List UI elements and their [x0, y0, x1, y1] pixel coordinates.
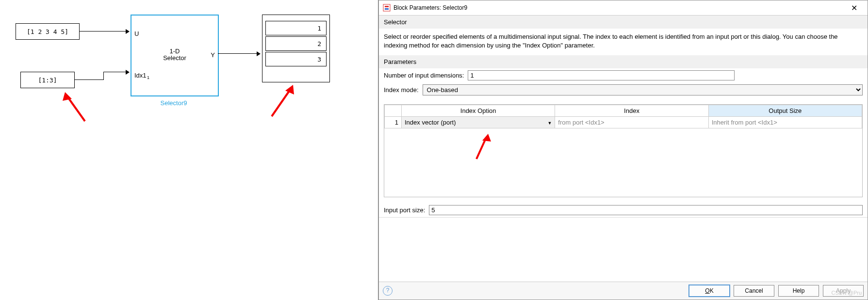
port-idx-label: Idx1 — [134, 72, 147, 79]
svg-rect-6 — [385, 8, 389, 10]
annotation-arrow-icon — [472, 134, 501, 163]
port-u-label: U — [134, 30, 139, 37]
annotation-arrow-icon — [58, 92, 97, 131]
display-row: 3 — [265, 52, 327, 66]
input-port-size-input[interactable] — [429, 205, 863, 215]
index-option-cell[interactable]: Index vector (port)▼ — [402, 117, 555, 128]
constant-1-value: [1 2 3 4 5] — [27, 28, 68, 35]
chevron-down-icon: ▼ — [547, 121, 552, 126]
apply-button[interactable]: Apply — [823, 285, 864, 297]
svg-marker-1 — [63, 92, 72, 101]
constant-2-value: [1:3] — [38, 77, 57, 84]
port-y-label: Y — [211, 51, 215, 59]
svg-rect-5 — [385, 6, 389, 7]
simulink-canvas[interactable]: [1 2 3 4 5] [1:3] U Idx1 1 1-D Selector … — [0, 0, 378, 300]
col-output-size[interactable]: Output Size — [708, 105, 862, 117]
selector-title-2: Selector — [131, 54, 218, 62]
wire — [103, 72, 104, 80]
svg-marker-3 — [285, 85, 294, 95]
section-parameters: Parameters — [379, 55, 868, 68]
display-block[interactable]: 1 2 3 — [262, 15, 330, 82]
port-idx-subscript: 1 — [147, 75, 149, 80]
titlebar[interactable]: Block Parameters: Selector9 ✕ — [379, 0, 868, 16]
selector-title-1: 1-D — [131, 47, 218, 55]
wire — [103, 72, 127, 72]
num-dimensions-label: Number of input dimensions: — [384, 72, 464, 79]
help-icon[interactable]: ? — [383, 286, 393, 296]
output-size-cell: Inherit from port <Idx1> — [708, 117, 862, 128]
wire — [79, 31, 127, 32]
selector-description: Select or reorder specified elements of … — [379, 29, 868, 55]
svg-rect-4 — [383, 4, 390, 11]
row-number: 1 — [385, 117, 402, 128]
constant-block-2[interactable]: [1:3] — [20, 72, 75, 88]
index-mode-select[interactable]: One-based — [423, 84, 863, 95]
help-button[interactable]: Help — [778, 285, 819, 297]
cancel-button[interactable]: Cancel — [734, 285, 774, 297]
selector-block[interactable]: U Idx1 1 1-D Selector Y — [131, 15, 219, 96]
arrowhead-icon — [126, 70, 130, 75]
dialog-title: Block Parameters: Selector9 — [393, 4, 844, 11]
num-dimensions-input[interactable] — [468, 70, 735, 80]
constant-block-1[interactable]: [1 2 3 4 5] — [16, 23, 80, 40]
index-mode-label: Index mode: — [384, 86, 419, 94]
input-port-size-label: Input port size: — [384, 206, 425, 214]
close-button[interactable]: ✕ — [844, 1, 864, 15]
svg-line-2 — [272, 90, 290, 116]
arrowhead-icon — [257, 51, 261, 56]
index-table[interactable]: Index Option Index Output Size 1 Index v… — [384, 104, 863, 197]
svg-line-7 — [476, 138, 486, 159]
block-parameters-dialog: Block Parameters: Selector9 ✕ Selector S… — [378, 0, 868, 300]
ok-button[interactable]: OK — [689, 285, 730, 297]
wire — [218, 53, 258, 54]
annotation-arrow-icon — [267, 85, 306, 124]
index-cell: from port <Idx1> — [555, 117, 708, 128]
svg-marker-8 — [482, 134, 491, 142]
arrowhead-icon — [126, 29, 130, 34]
display-row: 1 — [265, 21, 327, 35]
col-index-option[interactable]: Index Option — [402, 105, 555, 117]
col-index[interactable]: Index — [555, 105, 708, 117]
dialog-footer: ? OK Cancel Help Apply — [379, 282, 868, 300]
selector-block-name: Selector9 — [131, 99, 217, 107]
simulink-icon — [383, 4, 391, 12]
section-selector: Selector — [379, 16, 868, 29]
wire — [74, 79, 103, 80]
display-row: 2 — [265, 36, 327, 51]
svg-line-0 — [67, 96, 85, 121]
